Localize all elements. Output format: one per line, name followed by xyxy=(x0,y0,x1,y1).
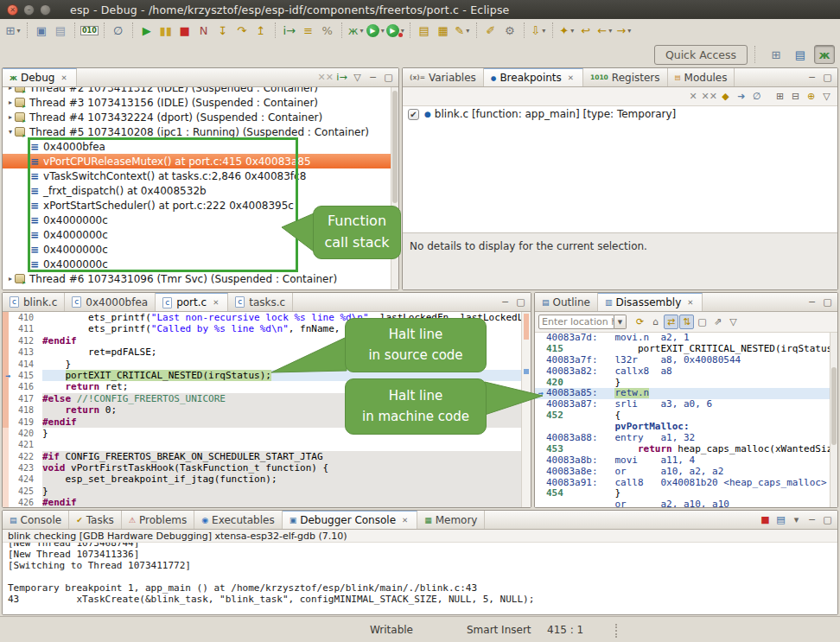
link-with-debug-icon[interactable]: ⊕ xyxy=(804,89,818,104)
save-icon[interactable]: ▣ xyxy=(33,22,50,39)
debug-tree-row[interactable]: ▾ Thread #5 1073410208 (ipc1 : Running) … xyxy=(3,124,398,139)
debug-tree-row[interactable]: 0x4000000c xyxy=(3,257,398,271)
step-return-icon[interactable]: ↥ xyxy=(252,22,270,39)
code-line[interactable]: 417 #else //!CONFIG_FREERTOS_UNICORE xyxy=(3,393,531,404)
view-menu-icon[interactable]: ▽ xyxy=(819,89,834,104)
code-line[interactable]: 419 #endif xyxy=(3,416,531,428)
skip-breakpoints-icon[interactable]: ∅ xyxy=(110,22,127,39)
code-line[interactable]: 412 #endif xyxy=(3,335,531,346)
view-tab[interactable]: ✔ Tasks xyxy=(69,511,122,529)
debug-perspective-button[interactable]: ж xyxy=(814,45,835,64)
view-tab[interactable]: ⚠ Problems xyxy=(122,511,194,529)
close-icon[interactable]: ✕ xyxy=(211,297,220,308)
source-editor[interactable]: 410 ets_printf("Last non-recursive lock … xyxy=(3,312,531,508)
expander-icon[interactable]: ▸ xyxy=(6,99,15,106)
code-line[interactable]: 424 esp_set_breakpoint_if_jtag(function)… xyxy=(3,474,531,485)
expand-all-icon[interactable]: ⊞ xyxy=(773,89,787,104)
disconnect-icon[interactable]: N xyxy=(195,22,213,39)
step-into-icon[interactable]: ↧ xyxy=(214,22,232,39)
disassembly-line[interactable]: 454 } xyxy=(535,488,837,499)
expander-icon[interactable]: ▸ xyxy=(6,87,15,92)
maximize-icon[interactable]: ▢ xyxy=(820,512,835,527)
editor-tab[interactable]: c 0x4000bfea xyxy=(65,293,156,311)
editor-tab[interactable]: c port.c ✕ xyxy=(156,293,228,311)
minimize-button[interactable]: – xyxy=(23,4,35,16)
debug-tree-row[interactable]: 0x4000000c xyxy=(3,227,398,242)
code-line[interactable]: 426 #endif xyxy=(3,497,531,508)
dropdown-arrow-icon[interactable]: ▾ xyxy=(570,27,574,35)
view-tab[interactable]: ◉ Executables xyxy=(194,511,282,529)
new-wizard-icon[interactable]: ⊞ ▾ xyxy=(4,22,22,39)
run-launch-icon[interactable]: ▶ ▾ xyxy=(366,22,385,39)
minimize-icon[interactable]: ─ xyxy=(498,295,512,309)
debug-tree-row[interactable]: vTaskSwitchContext() at tasks.c:2,846 0x… xyxy=(3,168,398,183)
toolbar-icon[interactable] xyxy=(524,22,525,38)
code-line[interactable]: 425 } xyxy=(3,486,531,497)
minimize-icon[interactable]: ─ xyxy=(805,70,819,85)
forward-icon[interactable]: → ▾ xyxy=(615,22,633,39)
view-tab[interactable]: ▦ Memory xyxy=(417,511,485,529)
new-project-icon[interactable]: ▤ xyxy=(416,22,433,39)
remove-breakpoint-icon[interactable]: ✕ xyxy=(686,89,701,104)
code-line[interactable]: 414 } xyxy=(3,359,531,370)
save-all-icon[interactable]: ▤ xyxy=(52,22,69,39)
home-icon[interactable]: ⌂ xyxy=(648,315,663,329)
terminate-icon[interactable]: ■ xyxy=(758,512,773,527)
binary-icon[interactable]: 010 xyxy=(80,22,99,39)
maximize-icon[interactable]: ▢ xyxy=(513,295,528,309)
disassembly-line[interactable]: 40083a7f: l32r a8, 0x40080544 xyxy=(535,355,837,366)
goto-file-icon[interactable]: ➜ xyxy=(734,89,748,104)
debug-tree-row[interactable]: ▸ Thread #6 1073431096 (Tmr Svc) (Suspen… xyxy=(3,271,398,286)
sync-selection-icon[interactable]: ⇅ xyxy=(679,315,694,329)
debug-tree-row[interactable]: 0x4000000c xyxy=(3,213,398,227)
new-view-icon[interactable]: ▢ xyxy=(695,315,710,329)
code-line[interactable]: 410 ets_printf("Last non-recursive lock … xyxy=(3,312,531,323)
disassembly-line[interactable]: 415 portEXIT_CRITICAL_NESTED(irqStatus) xyxy=(535,344,837,355)
disassembly-line[interactable]: pvPortMalloc: xyxy=(535,422,837,433)
disassembly-line[interactable]: 40083a88: entry a1, 32 xyxy=(535,433,837,444)
editor-tab[interactable]: c tasks.c xyxy=(228,293,293,311)
tab-debug[interactable]: ж Debug ✕ xyxy=(3,68,77,86)
view-menu-icon[interactable]: ▽ xyxy=(350,70,365,85)
view-tab[interactable]: ▤ Modules xyxy=(668,68,735,86)
remove-terminated-icon[interactable]: ✕✕ xyxy=(318,70,334,85)
view-menu-icon[interactable]: ▽ xyxy=(726,315,741,329)
console-output[interactable]: [New Thread 1073468744][New Thread 10734… xyxy=(3,543,837,615)
display-console-icon[interactable]: ▤ xyxy=(773,512,788,527)
expander-icon[interactable]: ▸ xyxy=(6,113,15,121)
view-tab[interactable]: 1010 Registers xyxy=(583,68,668,86)
instruction-stepping-icon[interactable]: i→ xyxy=(281,22,298,39)
resume-icon[interactable]: ▶ xyxy=(138,22,156,39)
search-icon[interactable]: ✎ ▾ xyxy=(454,22,471,39)
quick-access-button[interactable]: Quick Access xyxy=(654,45,748,65)
code-line[interactable]: 420 } xyxy=(3,428,531,439)
location-dropdown-icon[interactable]: ▼ xyxy=(614,315,627,329)
view-tab[interactable]: ▤ Console xyxy=(3,511,69,529)
dropdown-arrow-icon[interactable]: ▾ xyxy=(466,27,469,35)
instruction-stepping-toggle-icon[interactable]: i→ xyxy=(334,70,349,85)
code-line[interactable]: 422 #if CONFIG_FREERTOS_BREAK_ON_SCHEDUL… xyxy=(3,451,531,462)
expander-icon[interactable]: ▸ xyxy=(6,275,15,283)
external-tools-icon[interactable]: ▶ ▾ xyxy=(386,22,404,39)
close-icon[interactable]: ✕ xyxy=(566,73,576,83)
code-line[interactable]: 421 xyxy=(3,439,531,450)
toolbar-icon[interactable] xyxy=(104,22,105,38)
scrollbar[interactable] xyxy=(830,333,837,508)
debug-launch-icon[interactable]: ж ▾ xyxy=(347,22,365,39)
debug-tree-row[interactable]: 0x4000bfea xyxy=(3,139,398,154)
open-new-view-icon[interactable]: ⇗ xyxy=(710,315,725,329)
close-button[interactable]: ✕ xyxy=(7,4,18,16)
dropdown-arrow-icon[interactable]: ▾ xyxy=(542,27,545,35)
minimize-icon[interactable]: ─ xyxy=(805,512,819,527)
download-icon[interactable]: ⇩ ▾ xyxy=(530,22,547,39)
debug-tree-row[interactable]: vPortCPUReleaseMutex() at port.c:415 0x4… xyxy=(3,154,398,168)
editor-tab[interactable]: c blink.c xyxy=(3,293,65,311)
view-tab[interactable]: (x)= Variables xyxy=(403,68,484,86)
maximize-icon[interactable]: ▢ xyxy=(820,295,835,309)
last-edit-icon[interactable]: ↩ xyxy=(577,22,595,39)
maximize-button[interactable] xyxy=(40,4,51,16)
minimize-icon[interactable]: ─ xyxy=(805,295,819,309)
disassembly-line[interactable]: 40083a82: callx8 a8 xyxy=(535,366,837,378)
view-tab[interactable]: ▣ Debugger Console ✕ xyxy=(283,511,418,529)
toolbar-icon[interactable] xyxy=(476,22,477,38)
